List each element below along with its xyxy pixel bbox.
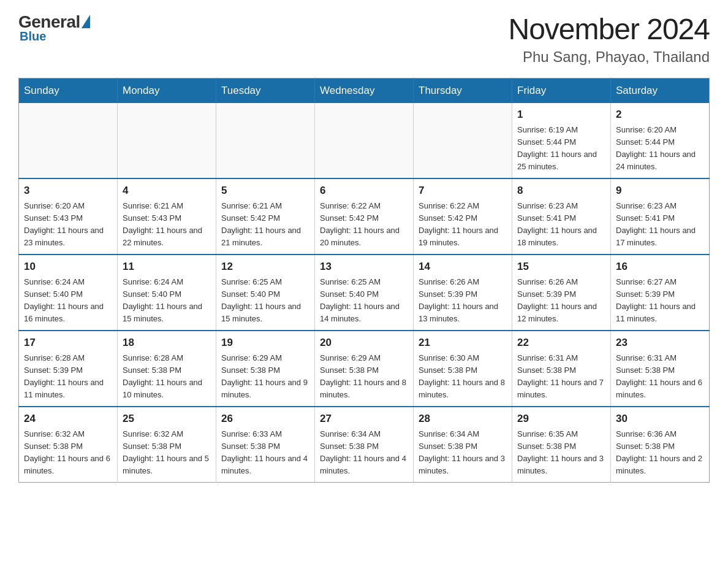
calendar-day-cell: 19Sunrise: 6:29 AM Sunset: 5:38 PM Dayli… [216, 331, 315, 407]
day-info: Sunrise: 6:32 AM Sunset: 5:38 PM Dayligh… [123, 429, 209, 475]
calendar-day-cell: 28Sunrise: 6:34 AM Sunset: 5:38 PM Dayli… [414, 407, 512, 483]
calendar-week-row: 17Sunrise: 6:28 AM Sunset: 5:39 PM Dayli… [19, 331, 710, 407]
day-number: 20 [320, 335, 408, 351]
logo: General Blue [18, 12, 90, 44]
day-info: Sunrise: 6:29 AM Sunset: 5:38 PM Dayligh… [320, 353, 406, 399]
calendar-header-row: SundayMondayTuesdayWednesdayThursdayFrid… [19, 79, 710, 104]
day-number: 2 [616, 107, 704, 123]
day-info: Sunrise: 6:29 AM Sunset: 5:38 PM Dayligh… [221, 353, 308, 399]
calendar-day-cell: 7Sunrise: 6:22 AM Sunset: 5:42 PM Daylig… [414, 178, 512, 255]
day-number: 17 [24, 335, 112, 351]
day-info: Sunrise: 6:35 AM Sunset: 5:38 PM Dayligh… [517, 429, 604, 475]
calendar-day-cell: 14Sunrise: 6:26 AM Sunset: 5:39 PM Dayli… [414, 255, 512, 331]
calendar-day-cell: 27Sunrise: 6:34 AM Sunset: 5:38 PM Dayli… [315, 407, 414, 483]
day-info: Sunrise: 6:20 AM Sunset: 5:43 PM Dayligh… [24, 201, 104, 247]
day-info: Sunrise: 6:28 AM Sunset: 5:38 PM Dayligh… [123, 353, 202, 399]
calendar-week-row: 3Sunrise: 6:20 AM Sunset: 5:43 PM Daylig… [19, 178, 710, 255]
day-of-week-header: Friday [512, 79, 611, 104]
page-header: General Blue November 2024 Phu Sang, Pha… [18, 12, 710, 66]
calendar-table: SundayMondayTuesdayWednesdayThursdayFrid… [18, 78, 710, 483]
month-title: November 2024 [508, 12, 710, 46]
day-of-week-header: Monday [118, 79, 216, 104]
calendar-day-cell: 13Sunrise: 6:25 AM Sunset: 5:40 PM Dayli… [315, 255, 414, 331]
calendar-day-cell: 17Sunrise: 6:28 AM Sunset: 5:39 PM Dayli… [19, 331, 118, 407]
calendar-day-cell: 9Sunrise: 6:23 AM Sunset: 5:41 PM Daylig… [611, 178, 710, 255]
day-info: Sunrise: 6:24 AM Sunset: 5:40 PM Dayligh… [123, 277, 202, 323]
day-info: Sunrise: 6:21 AM Sunset: 5:43 PM Dayligh… [123, 201, 202, 247]
day-number: 25 [123, 411, 211, 427]
day-info: Sunrise: 6:31 AM Sunset: 5:38 PM Dayligh… [616, 353, 702, 399]
day-of-week-header: Tuesday [216, 79, 315, 104]
day-number: 9 [616, 183, 704, 199]
calendar-day-cell [315, 103, 414, 178]
location-title: Phu Sang, Phayao, Thailand [508, 48, 710, 66]
day-info: Sunrise: 6:31 AM Sunset: 5:38 PM Dayligh… [517, 353, 604, 399]
day-info: Sunrise: 6:23 AM Sunset: 5:41 PM Dayligh… [517, 201, 597, 247]
day-number: 29 [517, 411, 605, 427]
day-info: Sunrise: 6:28 AM Sunset: 5:39 PM Dayligh… [24, 353, 104, 399]
day-number: 19 [221, 335, 309, 351]
day-number: 12 [221, 259, 309, 275]
calendar-day-cell: 29Sunrise: 6:35 AM Sunset: 5:38 PM Dayli… [512, 407, 611, 483]
day-number: 5 [221, 183, 309, 199]
day-info: Sunrise: 6:22 AM Sunset: 5:42 PM Dayligh… [320, 201, 400, 247]
day-number: 30 [616, 411, 704, 427]
day-of-week-header: Wednesday [315, 79, 414, 104]
calendar-day-cell: 4Sunrise: 6:21 AM Sunset: 5:43 PM Daylig… [118, 178, 216, 255]
day-number: 24 [24, 411, 112, 427]
day-number: 21 [419, 335, 507, 351]
day-of-week-header: Thursday [414, 79, 512, 104]
day-info: Sunrise: 6:33 AM Sunset: 5:38 PM Dayligh… [221, 429, 308, 475]
day-info: Sunrise: 6:20 AM Sunset: 5:44 PM Dayligh… [616, 125, 696, 171]
calendar-day-cell: 21Sunrise: 6:30 AM Sunset: 5:38 PM Dayli… [414, 331, 512, 407]
calendar-day-cell: 5Sunrise: 6:21 AM Sunset: 5:42 PM Daylig… [216, 178, 315, 255]
day-number: 23 [616, 335, 704, 351]
calendar-day-cell: 30Sunrise: 6:36 AM Sunset: 5:38 PM Dayli… [611, 407, 710, 483]
day-number: 15 [517, 259, 605, 275]
day-number: 11 [123, 259, 211, 275]
day-info: Sunrise: 6:24 AM Sunset: 5:40 PM Dayligh… [24, 277, 104, 323]
calendar-day-cell: 6Sunrise: 6:22 AM Sunset: 5:42 PM Daylig… [315, 178, 414, 255]
day-number: 1 [517, 107, 605, 123]
calendar-day-cell [216, 103, 315, 178]
calendar-day-cell [19, 103, 118, 178]
day-info: Sunrise: 6:34 AM Sunset: 5:38 PM Dayligh… [419, 429, 505, 475]
title-area: November 2024 Phu Sang, Phayao, Thailand [508, 12, 710, 66]
calendar-day-cell: 23Sunrise: 6:31 AM Sunset: 5:38 PM Dayli… [611, 331, 710, 407]
day-info: Sunrise: 6:30 AM Sunset: 5:38 PM Dayligh… [419, 353, 505, 399]
day-info: Sunrise: 6:36 AM Sunset: 5:38 PM Dayligh… [616, 429, 702, 475]
calendar-day-cell: 15Sunrise: 6:26 AM Sunset: 5:39 PM Dayli… [512, 255, 611, 331]
calendar-day-cell: 18Sunrise: 6:28 AM Sunset: 5:38 PM Dayli… [118, 331, 216, 407]
calendar-day-cell [118, 103, 216, 178]
day-info: Sunrise: 6:21 AM Sunset: 5:42 PM Dayligh… [221, 201, 301, 247]
calendar-day-cell: 11Sunrise: 6:24 AM Sunset: 5:40 PM Dayli… [118, 255, 216, 331]
day-number: 28 [419, 411, 507, 427]
day-info: Sunrise: 6:19 AM Sunset: 5:44 PM Dayligh… [517, 125, 597, 171]
calendar-day-cell: 3Sunrise: 6:20 AM Sunset: 5:43 PM Daylig… [19, 178, 118, 255]
day-number: 16 [616, 259, 704, 275]
day-info: Sunrise: 6:25 AM Sunset: 5:40 PM Dayligh… [221, 277, 301, 323]
day-info: Sunrise: 6:26 AM Sunset: 5:39 PM Dayligh… [517, 277, 597, 323]
calendar-day-cell: 1Sunrise: 6:19 AM Sunset: 5:44 PM Daylig… [512, 103, 611, 178]
day-info: Sunrise: 6:23 AM Sunset: 5:41 PM Dayligh… [616, 201, 696, 247]
logo-blue-text: Blue [20, 29, 46, 44]
calendar-day-cell [414, 103, 512, 178]
day-number: 22 [517, 335, 605, 351]
calendar-week-row: 24Sunrise: 6:32 AM Sunset: 5:38 PM Dayli… [19, 407, 710, 483]
day-info: Sunrise: 6:32 AM Sunset: 5:38 PM Dayligh… [24, 429, 110, 475]
day-of-week-header: Saturday [611, 79, 710, 104]
day-number: 13 [320, 259, 408, 275]
day-info: Sunrise: 6:27 AM Sunset: 5:39 PM Dayligh… [616, 277, 696, 323]
day-of-week-header: Sunday [19, 79, 118, 104]
logo-triangle-icon [82, 15, 90, 28]
calendar-day-cell: 16Sunrise: 6:27 AM Sunset: 5:39 PM Dayli… [611, 255, 710, 331]
day-info: Sunrise: 6:25 AM Sunset: 5:40 PM Dayligh… [320, 277, 400, 323]
day-number: 26 [221, 411, 309, 427]
calendar-week-row: 1Sunrise: 6:19 AM Sunset: 5:44 PM Daylig… [19, 103, 710, 178]
day-number: 10 [24, 259, 112, 275]
day-number: 14 [419, 259, 507, 275]
day-number: 6 [320, 183, 408, 199]
calendar-day-cell: 25Sunrise: 6:32 AM Sunset: 5:38 PM Dayli… [118, 407, 216, 483]
calendar-day-cell: 10Sunrise: 6:24 AM Sunset: 5:40 PM Dayli… [19, 255, 118, 331]
day-info: Sunrise: 6:34 AM Sunset: 5:38 PM Dayligh… [320, 429, 406, 475]
